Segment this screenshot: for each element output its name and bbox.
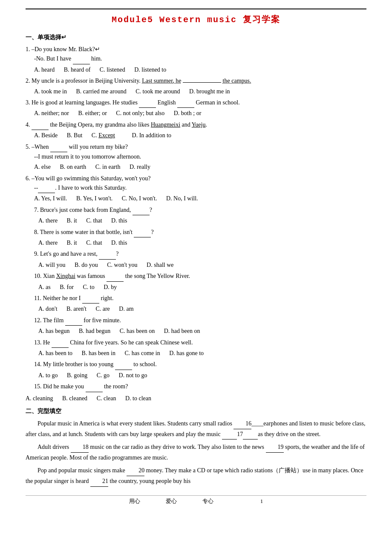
bottom-item-2: 爱心 bbox=[166, 497, 177, 505]
q4-opt-d: D. In addition to bbox=[132, 132, 172, 139]
q2-text: My uncle is a professor in Beijing Unive… bbox=[32, 78, 251, 84]
q4-opt-a: A. Beside bbox=[34, 132, 58, 139]
q11-opt-c: C. are bbox=[95, 306, 110, 312]
q15-num: 15. bbox=[34, 383, 43, 390]
q5-num: 5. bbox=[26, 144, 32, 150]
q4-num: 4. bbox=[26, 121, 32, 128]
q6-opt-b: B. Yes, I won't. bbox=[76, 195, 112, 202]
q7-options: A. there B. it C. that D. this bbox=[38, 216, 366, 225]
q12-num: 12. bbox=[34, 317, 43, 324]
question-13: 13. He China for five years. So he can s… bbox=[34, 338, 366, 348]
question-6: 6. –You will go swimming this Saturday, … bbox=[26, 174, 366, 194]
q15-opt-d: D. to clean bbox=[125, 395, 151, 402]
q11-opt-d: D. am bbox=[119, 306, 133, 312]
q15-opt-a: A. cleaning bbox=[26, 395, 53, 402]
para1: Popular music in America is what every s… bbox=[26, 419, 366, 440]
q9-blank bbox=[99, 249, 116, 259]
q1-opt-a: A. heard bbox=[34, 66, 55, 73]
q6-opt-d: D. No, I will. bbox=[166, 195, 198, 202]
q5-options: A. else B. on earth C. in earth D. reall… bbox=[34, 162, 366, 172]
q1-opt-c: C. listened bbox=[100, 66, 125, 73]
page-number: 1 bbox=[260, 498, 263, 505]
blank-18: 18 bbox=[71, 442, 89, 453]
q3-opt-c: C. not only; but also bbox=[116, 110, 164, 116]
blank-17b bbox=[243, 429, 258, 440]
q8-opt-d: D. this bbox=[111, 240, 127, 246]
q8-num: 8. bbox=[34, 229, 40, 235]
q11-options: A. don't B. aren't C. are D. am bbox=[38, 304, 366, 314]
q6-num: 6. bbox=[26, 175, 32, 182]
q6-blank bbox=[38, 183, 55, 193]
question-15: 15. Did he make you the room? bbox=[34, 382, 366, 392]
question-9: 9. Let's go and have a rest, ? bbox=[34, 249, 366, 259]
question-5: 5. –When will you return my bike? --I mu… bbox=[26, 142, 366, 162]
bottom-item-3: 专心 bbox=[202, 497, 213, 505]
section1-title: 一、单项选择↵ bbox=[26, 34, 366, 41]
q10-text: Xian Xinghai was famous the song The Yel… bbox=[43, 273, 190, 279]
q12-blank bbox=[65, 316, 82, 326]
question-3: 3. He is good at learning languages. He … bbox=[26, 98, 366, 108]
q12-opt-a: A. has begun bbox=[38, 328, 70, 334]
q9-opt-a: A. will you bbox=[38, 262, 65, 268]
q15-opt-b: B. cleaned bbox=[62, 395, 87, 402]
q5-blank bbox=[50, 142, 67, 152]
q5-text: –When will you return my bike? bbox=[32, 144, 128, 150]
q15-blank bbox=[86, 382, 103, 392]
question-10: 10. Xian Xinghai was famous the song The… bbox=[34, 272, 366, 281]
q7-num: 7. bbox=[34, 207, 40, 213]
q9-text: Let's go and have a rest, ? bbox=[40, 251, 118, 257]
q8-text: There is some water in that bottle, isn'… bbox=[40, 229, 154, 235]
q3-opt-b: B. either; or bbox=[78, 110, 107, 116]
q6-sub: -- . I have to work this Saturday. bbox=[34, 185, 127, 191]
q3-opt-d: D. both ; or bbox=[174, 110, 202, 116]
q3-opt-a: A. neither; nor bbox=[34, 110, 69, 116]
q2-num: 2. bbox=[26, 78, 32, 84]
q2-opt-b: B. carried me around bbox=[76, 88, 127, 95]
q10-opt-c: C. to bbox=[83, 284, 94, 290]
q1-options: A. heard B. heard of C. listened D. list… bbox=[34, 65, 366, 75]
q13-num: 13. bbox=[34, 339, 43, 346]
q9-options: A. will you B. do you C. won't you D. sh… bbox=[38, 260, 366, 270]
q12-options: A. has begun B. had begun C. has been on… bbox=[38, 327, 366, 336]
q12-opt-b: B. had begun bbox=[79, 328, 110, 334]
q13-opt-d: D. has gone to bbox=[169, 350, 204, 356]
q6-options: A. Yes, I will. B. Yes, I won't. C. No, … bbox=[34, 194, 366, 203]
q4-options: A. Beside B. But C. Except D. In additio… bbox=[34, 131, 366, 140]
q13-opt-c: C. has come in bbox=[124, 350, 160, 356]
q10-opt-b: B. for bbox=[60, 284, 74, 290]
q4-text: the Beijing Opera, my grandma also likes… bbox=[32, 121, 207, 128]
q11-text: Neither he nor I right. bbox=[43, 295, 113, 301]
q14-opt-d: D. not to go bbox=[119, 372, 147, 379]
q12-text: The film for five minute. bbox=[43, 317, 121, 324]
blank-19: 19 bbox=[266, 442, 284, 453]
q1-blank bbox=[73, 54, 90, 64]
q14-text: My little brother is too young to school… bbox=[43, 361, 157, 367]
question-4: 4. the Beijing Opera, my grandma also li… bbox=[26, 120, 366, 130]
top-divider bbox=[26, 9, 366, 9]
q7-opt-b: B. it bbox=[67, 217, 77, 224]
blank-21: 21 bbox=[90, 476, 108, 487]
question-11: 11. Neither he nor I right. bbox=[34, 294, 366, 304]
q1-opt-b: B. heard of bbox=[64, 66, 91, 73]
question-14: 14. My little brother is too young to sc… bbox=[34, 360, 366, 370]
para3: Pop and popular music singers make 20 mo… bbox=[26, 465, 366, 487]
q13-opt-a: A. has been to bbox=[38, 350, 72, 356]
question-7: 7. Bruce's just come back from England, … bbox=[34, 205, 366, 215]
q9-opt-b: B. do you bbox=[75, 262, 98, 268]
q13-options: A. has been to B. has been in C. has com… bbox=[38, 349, 366, 358]
page-title: Module5 Western music 复习学案 bbox=[26, 14, 366, 25]
q2-opt-c: C. took me around bbox=[135, 88, 180, 95]
q2-opt-a: A. took me in bbox=[34, 88, 67, 95]
q5-opt-b: B. on earth bbox=[60, 164, 86, 170]
q3-options: A. neither; nor B. either; or C. not onl… bbox=[34, 109, 366, 118]
q12-opt-d: D. had been on bbox=[164, 328, 200, 334]
q3-text: He is good at learning languages. He stu… bbox=[32, 99, 240, 106]
q2-opt-d: D. brought me in bbox=[189, 88, 230, 95]
blank-17a bbox=[222, 429, 237, 440]
q6-opt-c: C. No, I won't. bbox=[122, 195, 157, 202]
q15-opt-c: C. clean bbox=[97, 395, 116, 402]
q10-opt-d: D. by bbox=[104, 284, 117, 290]
q13-blank bbox=[52, 338, 69, 348]
q3-blank1 bbox=[139, 98, 156, 108]
question-12: 12. The film for five minute. bbox=[34, 316, 366, 326]
